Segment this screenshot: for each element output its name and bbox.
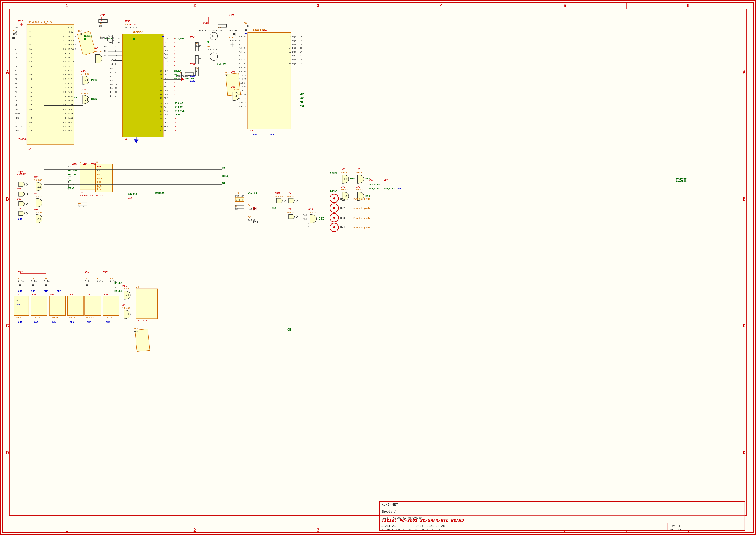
svg-text:PWR_FLAG: PWR_FLAG (369, 183, 380, 186)
svg-text:×: × (174, 42, 176, 44)
svg-text:PWR_FLAG: PWR_FLAG (369, 187, 380, 190)
svg-text:Sheet: /: Sheet: / (381, 510, 396, 514)
svg-rect-556 (31, 296, 47, 316)
svg-text:74HC20: 74HC20 (308, 211, 316, 214)
svg-text:VCC: VCC (118, 42, 122, 44)
svg-text:31: 31 (115, 79, 118, 82)
svg-rect-38 (27, 24, 74, 145)
svg-text:20: 20 (160, 77, 162, 80)
svg-text:VCC: VCC (190, 63, 195, 66)
svg-text:A6: A6 (15, 91, 17, 93)
svg-text:D5: D5 (110, 87, 113, 89)
svg-text:PB2: PB2 (164, 77, 168, 80)
svg-text:15: 15 (160, 106, 162, 108)
svg-text:FOUT: FOUT (97, 173, 102, 176)
svg-text:10: 10 (244, 36, 246, 38)
svg-text:D1: D1 (15, 35, 17, 38)
svg-text:FSEL: FSEL (97, 177, 102, 180)
svg-text:D5: D5 (300, 55, 302, 57)
svg-text:A11: A11 (239, 78, 243, 80)
svg-text:×: × (160, 129, 161, 132)
svg-text:25: 25 (244, 66, 246, 69)
svg-text:42: 42 (63, 112, 66, 115)
svg-text:A13: A13 (68, 82, 72, 85)
svg-text:≥1: ≥1 (234, 95, 238, 98)
svg-text:U7: U7 (250, 130, 253, 133)
svg-text:J1: J1 (28, 148, 32, 151)
svg-point-500 (296, 216, 297, 218)
svg-text:5: 5 (244, 55, 245, 57)
svg-text:74HC32: 74HC32 (32, 317, 40, 319)
svg-rect-0 (3, 2, 753, 533)
svg-text:RTC_CLK: RTC_CLK (68, 173, 76, 176)
svg-text:37: 37 (29, 104, 32, 106)
svg-text:SD: SD (80, 191, 83, 194)
svg-text:DQ5: DQ5 (292, 55, 296, 57)
svg-text:D3: D3 (15, 43, 17, 46)
svg-text:39: 39 (29, 108, 32, 111)
svg-text:74HC32: 74HC32 (341, 189, 348, 191)
svg-text:1: 1 (29, 26, 31, 29)
svg-text:7: 7 (29, 40, 31, 42)
svg-text:R: R (185, 72, 186, 74)
svg-text:22: 22 (63, 70, 66, 72)
svg-rect-175 (123, 34, 163, 137)
svg-text:WR: WR (74, 96, 77, 99)
svg-point-521 (333, 226, 335, 228)
svg-text:E2#D4: E2#D4 (330, 189, 338, 192)
svg-text:U4A: U4A (341, 168, 345, 171)
svg-text:2SA1015: 2SA1015 (207, 29, 217, 32)
svg-text:47: 47 (29, 126, 32, 128)
svg-text:8255A: 8255A (133, 30, 144, 34)
svg-text:VCC: VCC (15, 26, 19, 29)
svg-text:Q1: Q1 (207, 45, 210, 48)
svg-text:SCLOCK: SCLOCK (15, 126, 23, 128)
svg-text:D1: D1 (110, 71, 113, 74)
svg-text:19: 19 (289, 59, 291, 61)
svg-text:128k MEM CTL: 128k MEM CTL (136, 320, 153, 322)
svg-text:18: 18 (63, 61, 66, 63)
svg-text:17: 17 (29, 61, 32, 63)
svg-text:ROMDS2: ROMDS2 (68, 43, 76, 46)
svg-text:74HC32: 74HC32 (123, 288, 130, 290)
svg-text:×: × (174, 57, 176, 59)
svg-text:DQ7: DQ7 (292, 63, 296, 65)
svg-text:U1A: U1A (287, 192, 292, 195)
svg-text:MWR: MWR (300, 97, 304, 100)
svg-text:PB5: PB5 (164, 89, 168, 92)
svg-text:GND: GND (68, 121, 72, 124)
svg-text:D1: D1 (179, 72, 182, 74)
svg-text:B: B (742, 197, 745, 202)
svg-text:A: A (742, 70, 746, 75)
svg-text:R6: R6 (78, 203, 81, 205)
svg-text:74HC04: 74HC04 (18, 138, 27, 141)
svg-text:D: D (742, 450, 745, 456)
svg-text:49: 49 (29, 130, 32, 132)
svg-text:1: 1 (66, 528, 68, 533)
svg-text:8: 8 (244, 43, 245, 46)
svg-point-633 (84, 38, 86, 40)
svg-text:Rev: 1: Rev: 1 (670, 524, 680, 528)
svg-text:EXTON: EXTON (68, 61, 74, 63)
svg-text:27: 27 (115, 95, 118, 97)
svg-text:PC5: PC5 (164, 122, 168, 124)
svg-text:C4: C4 (44, 277, 47, 280)
svg-text:7: 7 (244, 47, 245, 49)
svg-text:74HC32: 74HC32 (123, 307, 130, 309)
svg-text:35: 35 (29, 99, 32, 102)
svg-text:ROMDS3: ROMDS3 (128, 193, 137, 196)
svg-text:21: 21 (160, 81, 162, 84)
svg-point-635 (207, 41, 210, 43)
svg-text:U1D: U1D (17, 188, 21, 190)
svg-text:+5V: +5V (103, 270, 108, 273)
svg-point-517 (333, 217, 335, 219)
svg-text:DQ2: DQ2 (292, 43, 296, 46)
svg-text:RFSH: RFSH (15, 117, 20, 119)
svg-point-313 (26, 183, 28, 185)
svg-text:36: 36 (63, 99, 66, 102)
svg-text:IORD: IORD (91, 78, 97, 81)
svg-text:1  2  3: 1 2 3 (237, 199, 243, 201)
svg-text:A3: A3 (15, 78, 17, 80)
svg-text:1k: 1k (195, 70, 199, 72)
svg-text:33: 33 (115, 71, 118, 74)
